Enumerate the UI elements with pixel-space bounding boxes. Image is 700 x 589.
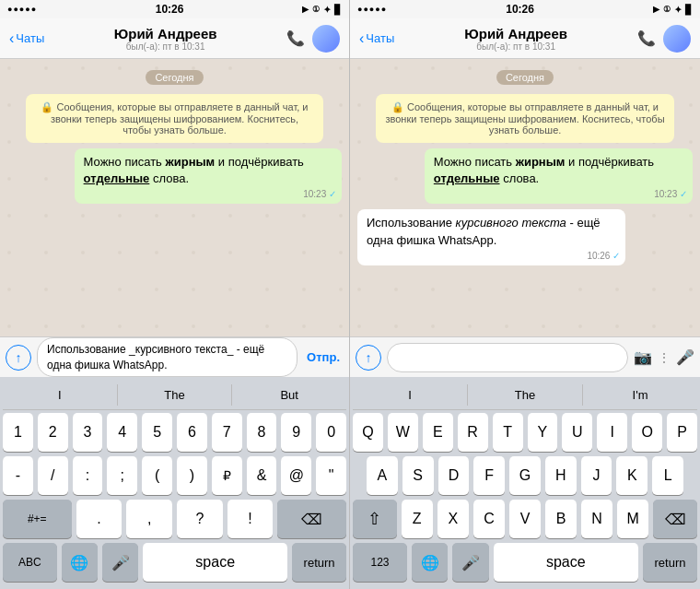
back-button-left[interactable]: ‹ Чаты — [9, 30, 44, 47]
contact-name-left: Юрий Андреев — [114, 26, 217, 41]
upload-button-left[interactable]: ↑ — [6, 345, 31, 371]
key-backspace-right[interactable]: ⌫ — [653, 500, 697, 538]
date-label-right: Сегодня — [496, 70, 554, 85]
status-bar-right: ●●●●● 10:26 ▶ ① ✦ ▊ — [350, 0, 700, 18]
key-colon[interactable]: : — [73, 456, 103, 495]
key-j[interactable]: J — [581, 456, 612, 495]
key-mic-left[interactable]: 🎤 — [102, 543, 138, 582]
suggestion-right-2[interactable]: The — [468, 384, 583, 406]
key-v[interactable]: V — [509, 500, 541, 538]
back-button-right[interactable]: ‹ Чаты — [359, 30, 394, 47]
key-5[interactable]: 5 — [142, 413, 172, 452]
back-label-right[interactable]: Чаты — [366, 31, 394, 45]
key-b[interactable]: B — [545, 500, 577, 538]
keyboard-right: I The I'm Q W E R T Y U I O P A S D F G … — [350, 377, 700, 589]
key-rparen[interactable]: ) — [177, 456, 207, 495]
suggestion-left-3[interactable]: But — [232, 384, 346, 406]
key-6[interactable]: 6 — [177, 413, 207, 452]
key-dash[interactable]: - — [3, 456, 33, 495]
key-abc[interactable]: ABC — [3, 543, 57, 582]
key-s[interactable]: S — [402, 456, 434, 495]
key-z[interactable]: Z — [402, 500, 433, 538]
avatar-left[interactable] — [312, 25, 340, 53]
key-7[interactable]: 7 — [212, 413, 242, 452]
key-amp[interactable]: & — [247, 456, 277, 495]
message-input-left[interactable]: Использование _курсивного текста_ - ещё … — [37, 337, 298, 378]
key-k[interactable]: K — [616, 456, 648, 495]
key-m[interactable]: M — [617, 500, 648, 538]
key-return-left[interactable]: return — [292, 543, 346, 582]
back-label-left[interactable]: Чаты — [16, 31, 44, 45]
system-message-right[interactable]: 🔒 Сообщения, которые вы отправляете в да… — [376, 94, 674, 143]
key-hashplus[interactable]: #+= — [3, 500, 72, 538]
key-exclaim[interactable]: ! — [228, 500, 274, 538]
key-return-right[interactable]: return — [643, 543, 697, 582]
upload-button-right[interactable]: ↑ — [356, 345, 381, 371]
key-shift-right[interactable]: ⇧ — [353, 500, 397, 538]
key-d[interactable]: D — [438, 456, 470, 495]
key-y[interactable]: Y — [528, 413, 558, 452]
key-t[interactable]: T — [493, 413, 523, 452]
key-e[interactable]: E — [423, 413, 453, 452]
nav-actions-right: 📞 — [637, 25, 691, 53]
key-123[interactable]: 123 — [353, 543, 407, 582]
key-g[interactable]: G — [509, 456, 541, 495]
key-space-right[interactable]: space — [494, 543, 638, 582]
camera-icon-right[interactable]: 📷 — [634, 348, 652, 366]
key-question[interactable]: ? — [177, 500, 223, 538]
key-2[interactable]: 2 — [38, 413, 68, 452]
key-globe-left[interactable]: 🌐 — [62, 543, 98, 582]
key-i[interactable]: I — [597, 413, 627, 452]
key-8[interactable]: 8 — [247, 413, 277, 452]
checkmark-left: ✓ — [329, 189, 336, 199]
avatar-right[interactable] — [663, 25, 691, 53]
key-space-left[interactable]: space — [143, 543, 287, 582]
key-4[interactable]: 4 — [107, 413, 137, 452]
key-q[interactable]: Q — [353, 413, 383, 452]
key-a[interactable]: A — [367, 456, 398, 495]
key-row-3-left: #+= . , ? ! ⌫ — [3, 500, 346, 538]
suggestion-right-3[interactable]: I'm — [583, 384, 697, 406]
send-button-left[interactable]: Отпр. — [303, 350, 344, 364]
key-at[interactable]: @ — [281, 456, 311, 495]
chat-area-right: Сегодня 🔒 Сообщения, которые вы отправля… — [350, 59, 700, 336]
key-o[interactable]: O — [632, 413, 662, 452]
system-message-left[interactable]: 🔒 Сообщения, которые вы отправляете в да… — [26, 94, 323, 143]
suggestion-left-1[interactable]: I — [3, 384, 118, 406]
key-9[interactable]: 9 — [281, 413, 311, 452]
phone-icon-right[interactable]: 📞 — [637, 29, 656, 47]
key-backspace-left[interactable]: ⌫ — [277, 500, 346, 538]
key-u[interactable]: U — [562, 413, 592, 452]
key-ruble[interactable]: ₽ — [212, 456, 242, 495]
lock-icon-right: 🔒 — [391, 101, 404, 112]
suggestion-right-1[interactable]: I — [353, 384, 468, 406]
key-1[interactable]: 1 — [3, 413, 33, 452]
key-c[interactable]: C — [473, 500, 505, 538]
key-l[interactable]: L — [652, 456, 683, 495]
key-semicolon[interactable]: ; — [107, 456, 137, 495]
message-text-received-right: Использование курсивного текста - ещё од… — [367, 216, 601, 246]
status-time-left: 10:26 — [156, 3, 184, 16]
key-lparen[interactable]: ( — [142, 456, 172, 495]
key-f[interactable]: F — [473, 456, 505, 495]
key-0[interactable]: 0 — [316, 413, 346, 452]
key-comma[interactable]: , — [126, 500, 172, 538]
key-mic-right[interactable]: 🎤 — [452, 543, 488, 582]
key-quote[interactable]: " — [316, 456, 346, 495]
key-globe-right[interactable]: 🌐 — [412, 543, 448, 582]
key-n[interactable]: N — [581, 500, 612, 538]
mic-icon-right[interactable]: 🎤 — [676, 348, 694, 366]
key-slash[interactable]: / — [38, 456, 68, 495]
message-input-right[interactable] — [387, 343, 628, 372]
key-r[interactable]: R — [458, 413, 488, 452]
key-3[interactable]: 3 — [73, 413, 103, 452]
key-x[interactable]: X — [438, 500, 469, 538]
key-period[interactable]: . — [76, 500, 122, 538]
suggestion-left-2[interactable]: The — [118, 384, 233, 406]
dots-icon-right[interactable]: ⋮ — [658, 350, 671, 365]
key-p[interactable]: P — [667, 413, 697, 452]
key-h[interactable]: H — [545, 456, 577, 495]
phone-icon-left[interactable]: 📞 — [286, 29, 305, 47]
suggestions-left: I The But — [3, 381, 346, 410]
key-w[interactable]: W — [388, 413, 418, 452]
